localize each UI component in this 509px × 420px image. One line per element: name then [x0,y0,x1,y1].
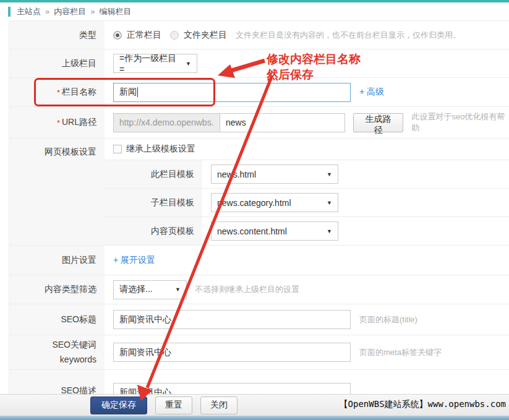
inherit-checkbox-label[interactable]: 继承上级模板设置 [126,144,195,155]
caret-down-icon: ▼ [175,286,181,293]
content-type-hint: 不选择则继承上级栏目的设置 [195,284,299,295]
caret-down-icon: ▼ [327,171,332,178]
advanced-link[interactable]: + 高级 [359,87,384,98]
url-base-input [113,113,220,132]
column-name-input[interactable]: 新闻 [113,83,351,102]
inherit-checkbox[interactable] [113,145,122,153]
generate-path-button[interactable]: 生成路径 [353,113,404,132]
seo-keywords-input[interactable] [113,343,351,362]
content-type-selected-value: 请选择... [119,284,153,295]
edit-column-page: 主站点 » 内容栏目 » 编辑栏目 类型 正常栏目 文件夹栏目 文件夹栏目是没有… [0,0,509,420]
breadcrumb-item-site[interactable]: 主站点 [17,6,41,17]
seo-title-label: SEO标题 [9,304,105,335]
content-type-select[interactable]: 请选择... ▼ [113,280,187,299]
url-path-row: * URL路径 生成路径 此设置对于seo优化很有帮助 [9,106,509,138]
expand-settings-link[interactable]: + 展开设置 [113,255,155,266]
required-asterisk: * [57,118,60,127]
content-type-filter-label: 内容类型筛选 [9,275,105,304]
close-button[interactable]: 关闭 [200,396,237,414]
breadcrumb-item-edit-column: 编辑栏目 [99,6,131,17]
column-template-label: 此栏目模板 [105,160,202,188]
column-name-label: * 栏目名称 [9,78,105,106]
breadcrumb-separator: » [90,7,95,16]
subcolumn-template-row: 子栏目模板 news.category.html ▼ [105,188,509,216]
radio-normal-label[interactable]: 正常栏目 [127,30,161,41]
parent-column-selected-value: =作为一级栏目= [119,53,179,74]
parent-column-select[interactable]: =作为一级栏目= ▼ [113,54,197,73]
caret-down-icon: ▼ [327,228,332,234]
breadcrumb: 主站点 » 内容栏目 » 编辑栏目 [0,2,509,20]
template-settings-label: 网页模板设置 [9,139,105,245]
bottom-edge-bar [0,416,509,420]
column-template-value: news.html [217,169,256,179]
save-button[interactable]: 确定保存 [90,396,147,414]
breadcrumb-marker [8,7,11,17]
content-page-template-label: 内容页模板 [105,217,202,245]
type-label: 类型 [9,21,105,49]
required-asterisk: * [57,88,60,97]
annotation-note: 修改内容栏目名称 然后保存 [267,51,361,82]
bottom-action-bar: 确定保存 重置 关闭 【OpenWBS建站系统】www.openwbs.com [0,394,509,416]
caret-down-icon: ▼ [327,200,332,206]
seo-keywords-label: SEO关键词 keywords [9,335,105,369]
breadcrumb-item-content-columns[interactable]: 内容栏目 [54,6,86,17]
type-hint: 文件夹栏目是没有内容的，也不在前台栏目显示，仅作归类用。 [236,30,461,41]
radio-folder-label[interactable]: 文件夹栏目 [184,30,227,41]
seo-title-hint: 页面的标题(title) [359,314,417,325]
url-path-input[interactable] [220,113,345,132]
subcolumn-template-select[interactable]: news.category.html ▼ [211,193,338,212]
column-name-value: 新闻 [119,87,137,98]
seo-title-input[interactable] [113,310,351,329]
column-template-select[interactable]: news.html ▼ [211,165,338,184]
breadcrumb-separator: » [45,7,49,16]
caret-down-icon: ▼ [186,61,191,67]
radio-selected-icon[interactable] [113,31,122,40]
radio-unselected-icon[interactable] [170,31,179,40]
parent-column-row: 上级栏目 =作为一级栏目= ▼ [9,49,509,77]
subcolumn-template-value: news.category.html [217,198,291,208]
seo-title-row: SEO标题 页面的标题(title) [9,304,509,335]
seo-keywords-hint: 页面的meta标签关键字 [359,347,442,358]
type-row: 类型 正常栏目 文件夹栏目 文件夹栏目是没有内容的，也不在前台栏目显示，仅作归类… [9,20,509,49]
seo-keywords-row: SEO关键词 keywords 页面的meta标签关键字 [9,335,509,369]
parent-column-label: 上级栏目 [9,49,105,77]
inherit-template-option[interactable]: 继承上级模板设置 [105,139,509,160]
content-page-template-row: 内容页模板 news.content.html ▼ [105,216,509,245]
url-path-label: * URL路径 [9,107,105,138]
url-path-hint: 此设置对于seo优化很有帮助 [411,111,509,134]
content-page-template-select[interactable]: news.content.html ▼ [211,221,338,241]
annotation-line2: 然后保存 [267,67,361,82]
content-type-filter-row: 内容类型筛选 请选择... ▼ 不选择则继承上级栏目的设置 [9,275,509,304]
radio-normal-column[interactable]: 正常栏目 [113,30,161,41]
openwbs-watermark: 【OpenWBS建站系统】www.openwbs.com [340,399,506,410]
image-settings-label: 图片设置 [9,246,105,275]
column-template-row: 此栏目模板 news.html ▼ [105,160,509,188]
radio-folder-column[interactable]: 文件夹栏目 [170,30,227,41]
image-settings-row: 图片设置 + 展开设置 [9,245,509,275]
template-settings-row: 网页模板设置 继承上级模板设置 此栏目模板 news.html ▼ [9,138,509,245]
annotation-line1: 修改内容栏目名称 [267,51,361,67]
subcolumn-template-label: 子栏目模板 [105,189,202,216]
text-cursor [137,87,138,97]
column-name-row: * 栏目名称 新闻 + 高级 [9,77,509,106]
edit-column-form: 类型 正常栏目 文件夹栏目 文件夹栏目是没有内容的，也不在前台栏目显示，仅作归类… [9,20,509,420]
reset-button[interactable]: 重置 [155,396,192,414]
content-page-template-value: news.content.html [217,226,287,236]
